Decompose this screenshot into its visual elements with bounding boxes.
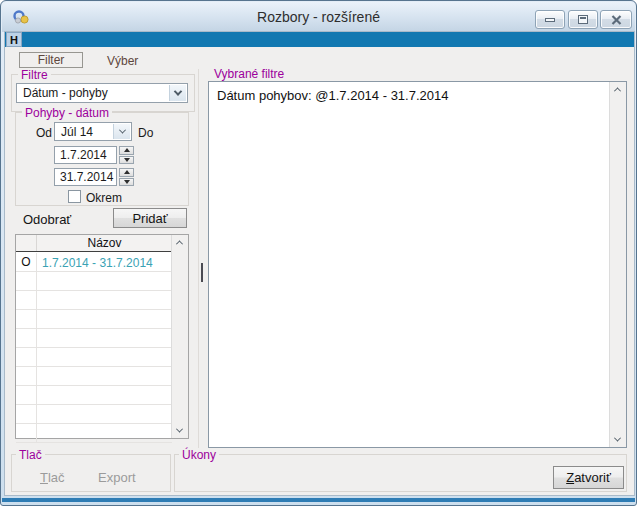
date-from-spinner[interactable] xyxy=(119,146,134,164)
maximize-icon xyxy=(578,15,588,24)
export-button[interactable]: Export xyxy=(98,470,136,485)
zatvorit-button[interactable]: Zatvoriť xyxy=(553,466,624,489)
row-marker xyxy=(16,310,37,328)
row-marker: O xyxy=(16,253,37,271)
h-button[interactable]: H xyxy=(6,32,22,47)
table-row-empty[interactable] xyxy=(16,272,172,291)
do-label: Do xyxy=(138,126,153,140)
spin-down-icon xyxy=(124,158,130,162)
filter-type-dropdown-button[interactable] xyxy=(169,85,186,101)
row-marker xyxy=(16,386,37,404)
table-row-empty[interactable] xyxy=(16,291,172,310)
row-marker xyxy=(16,272,37,290)
maximize-button[interactable] xyxy=(568,10,598,29)
table-row-empty[interactable] xyxy=(16,424,172,443)
month-combobox[interactable]: Júl 14 xyxy=(54,122,132,141)
spin-down-button[interactable] xyxy=(119,156,134,165)
table-header-marker-column xyxy=(16,235,37,251)
close-icon xyxy=(611,15,622,25)
panel-scrollbar[interactable] xyxy=(609,82,626,447)
filter-list-table[interactable]: Názov O 1.7.2014 - 31.7.2014 xyxy=(15,234,189,439)
okrem-checkbox[interactable] xyxy=(68,190,81,203)
toolbar-strip xyxy=(5,32,634,47)
spin-up-icon xyxy=(124,148,130,152)
scroll-down-icon[interactable] xyxy=(614,435,621,442)
scroll-down-icon[interactable] xyxy=(176,426,183,433)
row-marker xyxy=(16,367,37,385)
minimize-button[interactable] xyxy=(535,10,565,29)
close-button[interactable] xyxy=(600,10,632,29)
title-bar[interactable]: Rozbory - rozšírené xyxy=(2,2,635,32)
filter-type-value: Dátum - pohyby xyxy=(23,86,108,100)
scroll-up-icon[interactable] xyxy=(176,240,183,247)
month-value: Júl 14 xyxy=(61,125,93,139)
chevron-down-icon xyxy=(118,127,125,134)
month-dropdown-button[interactable] xyxy=(113,124,130,139)
zatvorit-button-accel: Z xyxy=(566,470,574,485)
splitter-handle[interactable] xyxy=(201,263,203,282)
spin-down-button[interactable] xyxy=(119,178,134,187)
odobrat-button[interactable]: Odobrať xyxy=(23,212,71,227)
table-row[interactable]: O 1.7.2014 - 31.7.2014 xyxy=(16,253,172,272)
table-row-empty[interactable] xyxy=(16,367,172,386)
table-header: Názov xyxy=(16,235,172,252)
row-name: 1.7.2014 - 31.7.2014 xyxy=(42,256,153,270)
tab-vyber[interactable]: Výber xyxy=(107,54,138,68)
tab-filter[interactable]: Filter xyxy=(19,52,83,68)
table-row-empty[interactable] xyxy=(16,348,172,367)
panel-divider xyxy=(198,69,199,448)
table-header-nazov: Názov xyxy=(37,236,172,250)
filtre-group-label: Filtre xyxy=(18,68,51,82)
od-label: Od xyxy=(36,126,52,140)
scroll-up-icon[interactable] xyxy=(614,87,621,94)
table-row-empty[interactable] xyxy=(16,329,172,348)
dialog-window: Rozbory - rozšírené H Filter Výber Filtr… xyxy=(0,0,637,506)
tlac-group-label: Tlač xyxy=(16,448,45,462)
table-row-empty[interactable] xyxy=(16,386,172,405)
window-frame-band xyxy=(2,498,635,502)
minimize-icon xyxy=(545,18,555,22)
table-row-empty[interactable] xyxy=(16,405,172,424)
vybrane-filtre-label: Vybrané filtre xyxy=(211,67,287,81)
table-scrollbar[interactable] xyxy=(171,235,188,438)
spin-up-button[interactable] xyxy=(119,168,134,177)
row-marker xyxy=(16,291,37,309)
filter-type-combobox[interactable]: Dátum - pohyby xyxy=(16,83,188,103)
row-marker xyxy=(16,348,37,366)
chevron-down-icon xyxy=(174,87,182,95)
tlac-button-rest: lač xyxy=(48,470,65,485)
tlac-button-accel: T xyxy=(40,470,48,485)
row-marker xyxy=(16,329,37,347)
row-marker xyxy=(16,424,37,442)
zatvorit-button-rest: atvoriť xyxy=(574,470,611,485)
ukony-group-label: Úkony xyxy=(179,448,219,462)
row-marker xyxy=(16,405,37,423)
spin-up-icon xyxy=(124,170,130,174)
date-from-field[interactable] xyxy=(54,146,117,164)
date-to-spinner[interactable] xyxy=(119,168,134,186)
okrem-label: Okrem xyxy=(86,191,122,205)
table-row-empty[interactable] xyxy=(16,310,172,329)
spin-down-icon xyxy=(124,180,130,184)
pridat-button[interactable]: Pridať xyxy=(113,208,187,228)
date-to-field[interactable] xyxy=(54,168,117,186)
tlac-button[interactable]: Tlač xyxy=(40,470,65,485)
selected-filters-panel[interactable]: Dátum pohybov: @1.7.2014 - 31.7.2014 xyxy=(208,81,627,448)
pohyby-group-label: Pohyby - dátum xyxy=(22,106,112,120)
spin-up-button[interactable] xyxy=(119,146,134,155)
selected-filters-text: Dátum pohybov: @1.7.2014 - 31.7.2014 xyxy=(217,88,602,103)
